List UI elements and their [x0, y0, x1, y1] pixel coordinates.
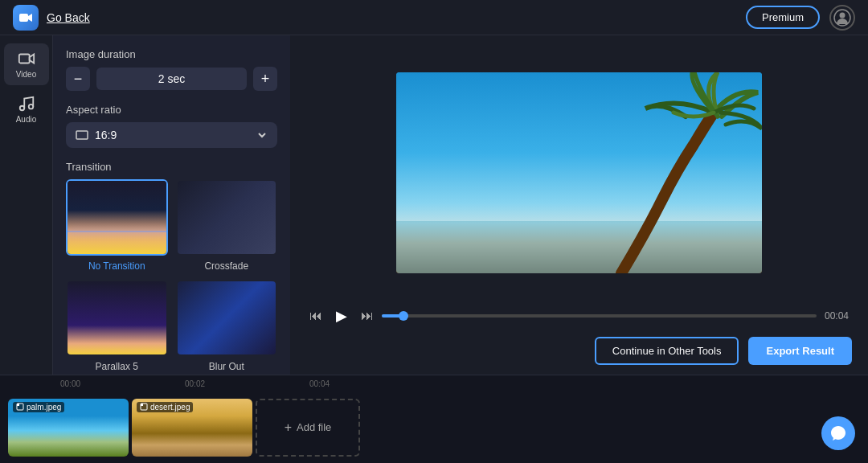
image-duration-label: Image duration — [66, 48, 277, 60]
transition-thumb-none — [66, 179, 168, 256]
ruler-mark-1: 00:02 — [185, 379, 309, 388]
svg-rect-6 — [76, 131, 88, 139]
add-file-label: Add file — [297, 421, 331, 433]
go-back-link[interactable]: Go Back — [47, 11, 90, 24]
header: Go Back Premium — [0, 0, 868, 35]
sidebar-icons: Video Audio — [0, 35, 53, 375]
transition-name-blurout: Blur Out — [209, 361, 244, 372]
palm-image — [396, 72, 762, 273]
svg-rect-10 — [17, 404, 19, 406]
transition-name-parallax5: Parallax 5 — [96, 361, 138, 372]
skip-forward-icon[interactable]: ⏭ — [361, 309, 374, 323]
transition-grid: No Transition Crossfade Parallax 5 — [66, 179, 277, 372]
desert-clip-label: desert.jpeg — [137, 402, 193, 412]
svg-rect-0 — [19, 14, 28, 22]
chevron-down-icon — [256, 129, 268, 141]
svg-rect-3 — [18, 55, 29, 64]
add-file-button[interactable]: + Add file — [256, 399, 360, 457]
image-file-icon — [16, 403, 24, 411]
left-panel: Image duration − + Aspect ratio 16:9 — [53, 35, 290, 375]
image-duration-section: Image duration − + — [66, 48, 277, 91]
desert-filename: desert.jpeg — [150, 403, 190, 412]
sidebar-audio-label: Audio — [16, 115, 37, 124]
timeline-ruler: 00:00 00:02 00:04 — [0, 375, 868, 391]
duration-minus-button[interactable]: − — [66, 67, 90, 91]
playback-controls: ⏮ ▶ ⏭ 00:04 — [306, 305, 852, 327]
timeline-content: palm.jpeg desert.jpeg + Add file — [0, 391, 868, 463]
aspect-ratio-label: Aspect ratio — [66, 104, 277, 116]
palm-filename: palm.jpeg — [27, 403, 61, 412]
sidebar-video-label: Video — [16, 70, 36, 79]
user-avatar[interactable] — [829, 5, 855, 31]
play-button[interactable]: ▶ — [330, 305, 353, 327]
premium-button[interactable]: Premium — [746, 6, 820, 29]
transition-section: Transition No Transition Crossfade — [66, 161, 277, 372]
svg-rect-8 — [396, 221, 762, 273]
transition-name-crossfade: Crossfade — [204, 260, 248, 272]
app-icon — [13, 5, 39, 31]
video-frame — [396, 72, 762, 273]
action-row: Continue in Other Tools Export Result — [306, 337, 852, 365]
right-area: ⏮ ▶ ⏭ 00:04 Continue in Other Tools Expo… — [290, 35, 868, 375]
export-button[interactable]: Export Result — [748, 337, 852, 365]
duration-control: − + — [66, 67, 277, 91]
header-left: Go Back — [13, 5, 90, 31]
sidebar-item-video[interactable]: Video — [4, 43, 49, 85]
main-content: Video Audio Image duration − + Aspect ra… — [0, 35, 868, 375]
transition-item-parallax5[interactable]: Parallax 5 — [66, 280, 168, 372]
svg-point-5 — [28, 104, 33, 109]
sidebar-item-audio[interactable]: Audio — [4, 88, 49, 130]
transition-label: Transition — [66, 161, 277, 173]
video-preview — [306, 48, 852, 297]
svg-rect-12 — [141, 404, 143, 406]
svg-point-4 — [19, 106, 24, 111]
timeline-clip-palm[interactable]: palm.jpeg — [8, 399, 129, 457]
duration-input[interactable] — [96, 68, 247, 90]
chat-bubble[interactable] — [821, 416, 855, 450]
aspect-ratio-value: 16:9 — [95, 129, 117, 141]
svg-point-2 — [840, 12, 845, 18]
chat-icon — [829, 424, 847, 442]
palm-clip-label: palm.jpeg — [13, 402, 64, 412]
aspect-inner: 16:9 — [76, 129, 117, 141]
progress-bar[interactable] — [382, 314, 817, 318]
time-label: 00:04 — [825, 310, 849, 322]
transition-thumb-parallax5 — [66, 280, 168, 356]
image-file-icon-2 — [140, 403, 148, 411]
aspect-ratio-dropdown[interactable]: 16:9 — [66, 122, 277, 148]
ruler-mark-0: 00:00 — [60, 379, 185, 388]
transition-item-crossfade[interactable]: Crossfade — [176, 179, 278, 272]
palm-tree-svg — [396, 72, 762, 273]
bottom-bar: 00:00 00:02 00:04 palm.jpeg — [0, 375, 868, 463]
continue-button[interactable]: Continue in Other Tools — [595, 337, 739, 365]
add-file-plus-icon: + — [285, 420, 292, 435]
transition-item-blurout[interactable]: Blur Out — [176, 280, 278, 372]
aspect-ratio-section: Aspect ratio 16:9 — [66, 104, 277, 148]
header-right: Premium — [746, 5, 855, 31]
timeline-clip-desert[interactable]: desert.jpeg — [132, 399, 252, 457]
transition-item-none[interactable]: No Transition — [66, 179, 168, 272]
transition-name-none: No Transition — [88, 260, 145, 272]
progress-thumb — [399, 311, 408, 321]
skip-back-icon[interactable]: ⏮ — [309, 309, 322, 323]
ruler-mark-2: 00:04 — [309, 379, 434, 388]
transition-thumb-blurout — [176, 280, 278, 356]
duration-plus-button[interactable]: + — [253, 67, 277, 91]
transition-thumb-crossfade — [176, 179, 278, 256]
